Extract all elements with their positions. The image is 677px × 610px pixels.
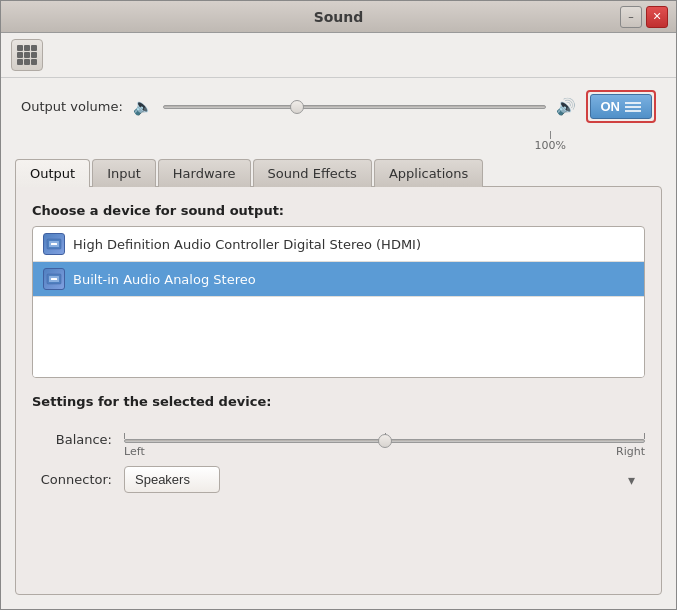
- close-button[interactable]: ✕: [646, 6, 668, 28]
- minimize-icon: –: [628, 10, 634, 23]
- close-icon: ✕: [652, 10, 661, 23]
- balance-track: [124, 439, 645, 443]
- connector-label: Connector:: [32, 472, 112, 487]
- hdmi-device-icon: [43, 233, 65, 255]
- main-content: Choose a device for sound output: High D…: [15, 186, 662, 595]
- volume-percent-label: 100%: [535, 139, 566, 152]
- connector-select[interactable]: Speakers Headphones Line Out: [124, 466, 220, 493]
- toolbar: [1, 33, 676, 78]
- balance-container: Left Right: [124, 421, 645, 458]
- builtin-device-icon: [43, 268, 65, 290]
- volume-track: [163, 105, 546, 109]
- choose-device-label: Choose a device for sound output:: [32, 203, 645, 218]
- settings-section: Settings for the selected device: Balanc…: [32, 394, 645, 493]
- minimize-button[interactable]: –: [620, 6, 642, 28]
- device-list: High Definition Audio Controller Digital…: [32, 226, 645, 378]
- tab-hardware-label: Hardware: [173, 166, 236, 181]
- volume-tick: [550, 131, 551, 139]
- tab-sound-effects-label: Sound Effects: [268, 166, 357, 181]
- volume-percent-row: 100%: [1, 131, 586, 158]
- sound-window: Sound – ✕ Output volume: 🔈 🔊: [0, 0, 677, 610]
- balance-slider-thumb[interactable]: [378, 434, 392, 448]
- output-volume-label: Output volume:: [21, 99, 123, 114]
- svg-rect-2: [51, 243, 57, 245]
- volume-percent-indicator: 100%: [535, 131, 566, 152]
- volume-section: Output volume: 🔈 🔊 ON: [1, 78, 676, 131]
- connector-row: Connector: Speakers Headphones Line Out: [32, 466, 645, 493]
- volume-high-icon: 🔊: [556, 97, 576, 116]
- choose-device-section: Choose a device for sound output: High D…: [32, 203, 645, 378]
- sound-wave-icon: [625, 102, 641, 112]
- on-label: ON: [601, 99, 621, 114]
- volume-low-icon: 🔈: [133, 97, 153, 116]
- titlebar: Sound – ✕: [1, 1, 676, 33]
- tab-sound-effects[interactable]: Sound Effects: [253, 159, 372, 187]
- device-item-builtin[interactable]: Built-in Audio Analog Stereo: [33, 262, 644, 297]
- tab-input[interactable]: Input: [92, 159, 156, 187]
- volume-slider-container: [163, 97, 546, 117]
- balance-right-label: Right: [616, 445, 645, 458]
- grid-icon: [17, 45, 37, 65]
- balance-left-label: Left: [124, 445, 145, 458]
- on-button-highlight: ON: [586, 90, 657, 123]
- grid-view-button[interactable]: [11, 39, 43, 71]
- titlebar-buttons: – ✕: [620, 6, 668, 28]
- window-title: Sound: [314, 9, 364, 25]
- tab-output-label: Output: [30, 166, 75, 181]
- device-list-empty-area: [33, 297, 644, 377]
- hdmi-device-label: High Definition Audio Controller Digital…: [73, 237, 421, 252]
- balance-row: Balance: Left Right: [32, 421, 645, 458]
- tab-hardware[interactable]: Hardware: [158, 159, 251, 187]
- tab-applications[interactable]: Applications: [374, 159, 483, 187]
- builtin-device-label: Built-in Audio Analog Stereo: [73, 272, 256, 287]
- tab-applications-label: Applications: [389, 166, 468, 181]
- tabs-container: Output Input Hardware Sound Effects Appl…: [1, 158, 676, 186]
- settings-title: Settings for the selected device:: [32, 394, 645, 409]
- tab-input-label: Input: [107, 166, 141, 181]
- svg-rect-5: [51, 278, 57, 280]
- mute-toggle-button[interactable]: ON: [590, 94, 653, 119]
- device-item-hdmi[interactable]: High Definition Audio Controller Digital…: [33, 227, 644, 262]
- balance-label: Balance:: [32, 432, 112, 447]
- connector-select-wrapper: Speakers Headphones Line Out: [124, 466, 645, 493]
- tab-output[interactable]: Output: [15, 159, 90, 187]
- volume-slider-thumb[interactable]: [290, 100, 304, 114]
